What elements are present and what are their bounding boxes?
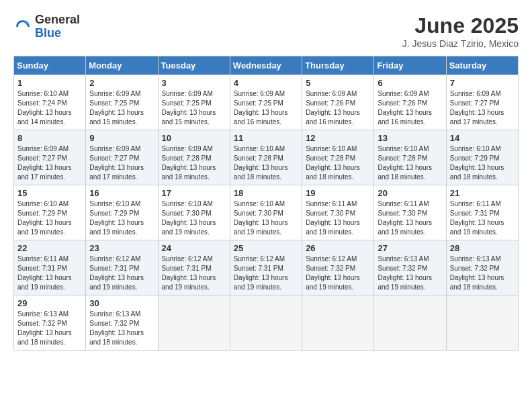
sunset-label: Sunset: 7:31 PM — [162, 265, 212, 272]
daylight-label: Daylight: 13 hours and 18 minutes. — [450, 274, 504, 291]
sunrise-label: Sunrise: 6:09 AM — [17, 145, 69, 152]
sunset-label: Sunset: 7:31 PM — [17, 265, 67, 272]
cell-content: Sunrise: 6:12 AM Sunset: 7:31 PM Dayligh… — [89, 255, 154, 292]
day-number: 23 — [89, 243, 154, 253]
day-number: 8 — [17, 133, 82, 143]
day-number: 11 — [234, 133, 298, 143]
sunset-label: Sunset: 7:32 PM — [378, 265, 427, 272]
daylight-label: Daylight: 13 hours and 19 minutes. — [17, 274, 72, 291]
daylight-label: Daylight: 13 hours and 18 minutes. — [162, 164, 216, 181]
table-row: 4 Sunrise: 6:09 AM Sunset: 7:25 PM Dayli… — [230, 75, 302, 130]
sunset-label: Sunset: 7:30 PM — [306, 210, 355, 217]
table-row: 24 Sunrise: 6:12 AM Sunset: 7:31 PM Dayl… — [158, 240, 230, 295]
day-number: 28 — [450, 243, 515, 253]
cell-content: Sunrise: 6:13 AM Sunset: 7:32 PM Dayligh… — [450, 255, 515, 292]
sunrise-label: Sunrise: 6:09 AM — [306, 90, 357, 97]
cell-content: Sunrise: 6:12 AM Sunset: 7:32 PM Dayligh… — [306, 255, 370, 292]
sunrise-label: Sunrise: 6:10 AM — [378, 145, 429, 152]
sunset-label: Sunset: 7:27 PM — [17, 154, 67, 162]
daylight-label: Daylight: 13 hours and 18 minutes. — [89, 329, 144, 346]
table-row: 13 Sunrise: 6:10 AM Sunset: 7:28 PM Dayl… — [374, 130, 446, 185]
sunrise-label: Sunrise: 6:09 AM — [162, 145, 213, 152]
cell-content: Sunrise: 6:09 AM Sunset: 7:26 PM Dayligh… — [378, 89, 442, 127]
cell-content: Sunrise: 6:09 AM Sunset: 7:26 PM Dayligh… — [306, 89, 370, 127]
logo-icon — [13, 17, 32, 36]
table-row: 17 Sunrise: 6:10 AM Sunset: 7:30 PM Dayl… — [158, 185, 230, 240]
calendar-week-row: 22 Sunrise: 6:11 AM Sunset: 7:31 PM Dayl… — [14, 240, 519, 295]
day-number: 15 — [17, 188, 82, 198]
sunrise-label: Sunrise: 6:12 AM — [89, 255, 140, 263]
sunrise-label: Sunrise: 6:10 AM — [89, 200, 140, 208]
header-tuesday: Tuesday — [158, 56, 230, 75]
cell-content: Sunrise: 6:11 AM Sunset: 7:31 PM Dayligh… — [17, 255, 82, 292]
table-row: 20 Sunrise: 6:11 AM Sunset: 7:30 PM Dayl… — [374, 185, 446, 240]
day-number: 24 — [162, 243, 226, 253]
sunset-label: Sunset: 7:29 PM — [450, 154, 500, 162]
sunset-label: Sunset: 7:25 PM — [89, 99, 139, 107]
sunrise-label: Sunrise: 6:09 AM — [378, 90, 429, 97]
day-number: 26 — [306, 243, 370, 253]
sunrise-label: Sunrise: 6:12 AM — [306, 255, 357, 263]
calendar-week-row: 8 Sunrise: 6:09 AM Sunset: 7:27 PM Dayli… — [14, 130, 519, 185]
sunrise-label: Sunrise: 6:11 AM — [306, 200, 357, 208]
sunset-label: Sunset: 7:25 PM — [162, 99, 212, 107]
cell-content: Sunrise: 6:12 AM Sunset: 7:31 PM Dayligh… — [162, 255, 226, 292]
table-row: 23 Sunrise: 6:12 AM Sunset: 7:31 PM Dayl… — [86, 240, 158, 295]
cell-content: Sunrise: 6:09 AM Sunset: 7:27 PM Dayligh… — [450, 89, 515, 127]
table-row: 9 Sunrise: 6:09 AM Sunset: 7:27 PM Dayli… — [86, 130, 158, 185]
daylight-label: Daylight: 13 hours and 17 minutes. — [17, 164, 72, 181]
header-friday: Friday — [374, 56, 446, 75]
daylight-label: Daylight: 13 hours and 19 minutes. — [162, 274, 216, 291]
daylight-label: Daylight: 13 hours and 18 minutes. — [306, 164, 360, 181]
sunset-label: Sunset: 7:31 PM — [234, 265, 283, 272]
day-number: 16 — [89, 188, 154, 198]
sunset-label: Sunset: 7:32 PM — [89, 320, 139, 327]
calendar-header-row: Sunday Monday Tuesday Wednesday Thursday… — [14, 56, 519, 75]
sunrise-label: Sunrise: 6:09 AM — [89, 145, 140, 152]
daylight-label: Daylight: 13 hours and 19 minutes. — [306, 219, 360, 236]
table-row — [230, 295, 302, 351]
table-row: 3 Sunrise: 6:09 AM Sunset: 7:25 PM Dayli… — [158, 75, 230, 130]
table-row: 15 Sunrise: 6:10 AM Sunset: 7:29 PM Dayl… — [14, 185, 86, 240]
table-row — [374, 295, 446, 351]
calendar-week-row: 1 Sunrise: 6:10 AM Sunset: 7:24 PM Dayli… — [14, 75, 519, 130]
sunrise-label: Sunrise: 6:10 AM — [17, 200, 69, 208]
daylight-label: Daylight: 13 hours and 18 minutes. — [234, 164, 288, 181]
table-row: 26 Sunrise: 6:12 AM Sunset: 7:32 PM Dayl… — [302, 240, 374, 295]
table-row: 11 Sunrise: 6:10 AM Sunset: 7:28 PM Dayl… — [230, 130, 302, 185]
sunset-label: Sunset: 7:31 PM — [89, 265, 139, 272]
logo: General Blue — [13, 13, 80, 40]
daylight-label: Daylight: 13 hours and 19 minutes. — [450, 219, 504, 236]
daylight-label: Daylight: 13 hours and 19 minutes. — [234, 219, 288, 236]
sunset-label: Sunset: 7:24 PM — [17, 99, 67, 107]
sunset-label: Sunset: 7:27 PM — [450, 99, 500, 107]
sunrise-label: Sunrise: 6:13 AM — [89, 310, 140, 318]
cell-content: Sunrise: 6:10 AM Sunset: 7:28 PM Dayligh… — [378, 144, 442, 182]
cell-content: Sunrise: 6:09 AM Sunset: 7:28 PM Dayligh… — [162, 144, 226, 182]
sunrise-label: Sunrise: 6:13 AM — [17, 310, 69, 318]
daylight-label: Daylight: 13 hours and 19 minutes. — [378, 274, 432, 291]
daylight-label: Daylight: 13 hours and 17 minutes. — [89, 164, 144, 181]
table-row: 27 Sunrise: 6:13 AM Sunset: 7:32 PM Dayl… — [374, 240, 446, 295]
sunset-label: Sunset: 7:26 PM — [306, 99, 355, 107]
cell-content: Sunrise: 6:10 AM Sunset: 7:29 PM Dayligh… — [450, 144, 515, 182]
day-number: 6 — [378, 78, 442, 88]
sunrise-label: Sunrise: 6:09 AM — [162, 90, 213, 97]
daylight-label: Daylight: 13 hours and 19 minutes. — [378, 219, 432, 236]
cell-content: Sunrise: 6:10 AM Sunset: 7:30 PM Dayligh… — [162, 199, 226, 237]
table-row: 1 Sunrise: 6:10 AM Sunset: 7:24 PM Dayli… — [14, 75, 86, 130]
sunset-label: Sunset: 7:25 PM — [234, 99, 283, 107]
table-row: 12 Sunrise: 6:10 AM Sunset: 7:28 PM Dayl… — [302, 130, 374, 185]
cell-content: Sunrise: 6:11 AM Sunset: 7:31 PM Dayligh… — [450, 199, 515, 237]
table-row — [446, 295, 518, 351]
sunset-label: Sunset: 7:27 PM — [89, 154, 139, 162]
day-number: 3 — [162, 78, 226, 88]
table-row: 16 Sunrise: 6:10 AM Sunset: 7:29 PM Dayl… — [86, 185, 158, 240]
month-title: June 2025 — [402, 13, 519, 38]
cell-content: Sunrise: 6:12 AM Sunset: 7:31 PM Dayligh… — [234, 255, 298, 292]
logo-text: General Blue — [35, 13, 80, 40]
table-row — [302, 295, 374, 351]
sunrise-label: Sunrise: 6:09 AM — [89, 90, 140, 97]
header-monday: Monday — [86, 56, 158, 75]
sunrise-label: Sunrise: 6:13 AM — [378, 255, 429, 263]
